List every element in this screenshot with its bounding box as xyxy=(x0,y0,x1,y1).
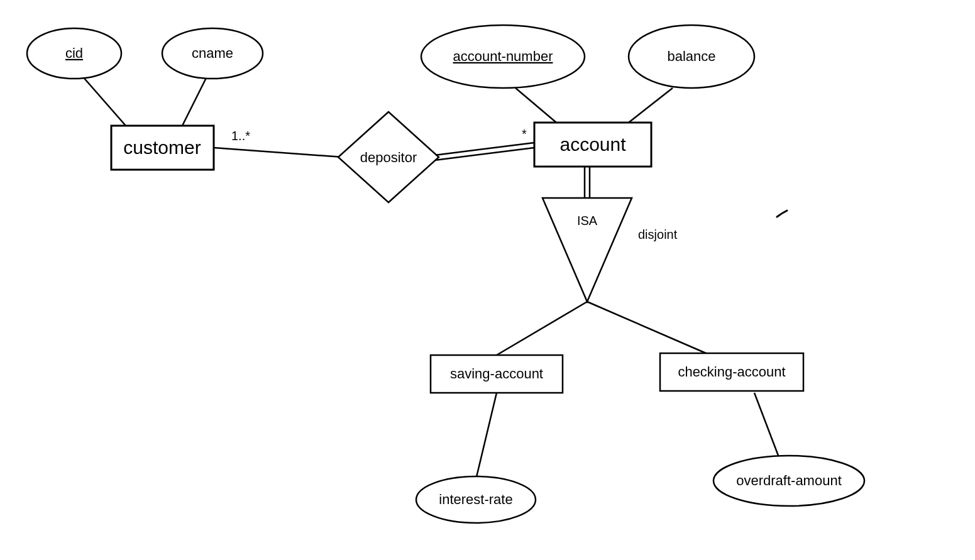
attribute-cid: cid xyxy=(27,28,121,79)
relationship-depositor-label: depositor xyxy=(360,150,417,165)
edge-accountnumber-account xyxy=(515,88,556,123)
er-diagram: cid cname account-number balance interes… xyxy=(0,0,975,560)
edge-saving-interest xyxy=(476,393,497,480)
attribute-balance: balance xyxy=(629,25,754,88)
attribute-balance-label: balance xyxy=(667,48,715,64)
entity-checking-account-label: checking-account xyxy=(678,364,785,380)
cardinality-depositor-account: * xyxy=(522,127,527,141)
isa-triangle: ISA xyxy=(543,198,632,302)
entity-checking-account: checking-account xyxy=(660,353,803,391)
edge-checking-overdraft xyxy=(754,393,779,459)
entity-account-label: account xyxy=(559,134,626,155)
relationship-depositor: depositor xyxy=(338,112,439,202)
edge-balance-account xyxy=(629,88,673,123)
attribute-overdraft-amount-label: overdraft-amount xyxy=(736,473,842,488)
entity-saving-account: saving-account xyxy=(431,355,563,393)
cardinality-customer-depositor: 1..* xyxy=(231,129,250,143)
entity-customer: customer xyxy=(111,126,214,170)
entity-customer-label: customer xyxy=(123,137,201,158)
edge-cname-customer xyxy=(182,75,207,126)
attribute-overdraft-amount: overdraft-amount xyxy=(713,456,864,506)
edge-isa-checking xyxy=(587,302,710,355)
isa-label: ISA xyxy=(577,214,598,228)
edge-isa-saving xyxy=(497,302,587,355)
entity-account: account xyxy=(534,123,651,167)
attribute-interest-rate: interest-rate xyxy=(416,476,536,523)
isa-constraint-label: disjoint xyxy=(638,228,678,241)
attribute-cname: cname xyxy=(162,28,263,79)
edge-cid-customer xyxy=(82,75,126,126)
stray-mark xyxy=(777,211,787,217)
attribute-account-number-label: account-number xyxy=(453,48,553,64)
attribute-cname-label: cname xyxy=(192,45,233,61)
entity-saving-account-label: saving-account xyxy=(450,366,543,382)
attribute-cid-label: cid xyxy=(65,45,83,61)
attribute-interest-rate-label: interest-rate xyxy=(439,491,512,507)
edge-customer-depositor xyxy=(214,148,343,157)
attribute-account-number: account-number xyxy=(421,25,585,88)
